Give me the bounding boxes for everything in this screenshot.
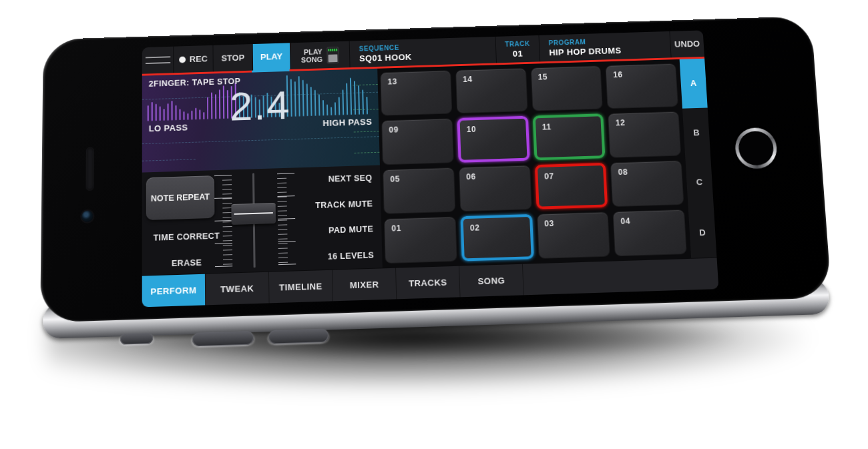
waveform-bar: [298, 76, 300, 116]
waveform-bar: [314, 90, 316, 116]
track-mute-button[interactable]: TRACK MUTE: [315, 199, 373, 210]
sequence-value: SQ01 HOOK: [359, 52, 412, 63]
waveform-bar: [310, 87, 312, 116]
note-repeat-button[interactable]: NOTE REPEAT: [146, 175, 215, 220]
waveform-bar: [207, 97, 208, 119]
high-pass-label: HIGH PASS: [322, 117, 372, 128]
waveform-bar: [215, 94, 216, 119]
tab-song[interactable]: SONG: [459, 264, 524, 298]
pad-06[interactable]: 06: [459, 165, 531, 211]
pad-number: 14: [463, 75, 473, 84]
next-seq-button[interactable]: NEXT SEQ: [329, 173, 373, 184]
pad-05[interactable]: 05: [383, 167, 455, 213]
waveform-bar: [227, 90, 228, 119]
sequence-label: SEQUENCE: [359, 44, 399, 52]
tab-mixer[interactable]: MIXER: [333, 268, 397, 302]
waveform-bar: [350, 78, 352, 115]
pad-16[interactable]: 16: [606, 63, 678, 109]
rec-button[interactable]: REC: [174, 45, 214, 73]
bank-c[interactable]: C: [685, 157, 714, 207]
pad-mute-button[interactable]: PAD MUTE: [329, 225, 374, 236]
pad-08[interactable]: 08: [610, 160, 684, 207]
play-song-label: PLAYSONG: [301, 47, 322, 63]
rec-label: REC: [190, 54, 208, 64]
pad-09[interactable]: 09: [381, 118, 453, 164]
waveform-bar: [168, 103, 169, 120]
waveform-bar: [366, 97, 368, 114]
waveform-bar: [342, 89, 344, 115]
track-label: TRACK: [505, 40, 530, 48]
mute-switch[interactable]: [120, 333, 153, 345]
pad-13[interactable]: 13: [380, 70, 452, 116]
waveform-bar: [346, 83, 348, 115]
waveform-bar: [219, 89, 220, 119]
effect-value: 2.4: [230, 81, 291, 129]
waveform-bar: [327, 105, 328, 116]
pad-10[interactable]: 10: [457, 116, 529, 162]
gridline-dash: [354, 131, 379, 132]
fader-cap-glyph: [329, 54, 338, 62]
bank-d[interactable]: D: [688, 207, 717, 258]
pad-number: 02: [470, 223, 480, 232]
left-column: 2FINGER: TAPE STOP 2.4 LO PASS HIGH PASS…: [142, 69, 383, 276]
waveform-bar: [191, 111, 192, 120]
sequence-selector[interactable]: SEQUENCE SQ01 HOOK: [350, 37, 497, 67]
pad-04[interactable]: 04: [613, 209, 687, 257]
tab-tracks[interactable]: TRACKS: [396, 266, 461, 300]
gridline: [142, 159, 196, 161]
waveform-bar: [199, 109, 200, 119]
pad-14[interactable]: 14: [455, 68, 527, 114]
fader-handle[interactable]: [231, 203, 276, 225]
waveform-bar: [187, 113, 188, 120]
effect-xy-panel[interactable]: 2FINGER: TAPE STOP 2.4 LO PASS HIGH PASS: [142, 69, 380, 173]
pad-03[interactable]: 03: [537, 211, 611, 259]
stop-button[interactable]: STOP: [213, 44, 253, 71]
performance-controls: NOTE REPEAT TIME CORRECT ERASE NEXT SEQ: [142, 165, 383, 275]
stop-label: STOP: [221, 53, 244, 63]
waveform-bar: [152, 102, 153, 121]
pad-15[interactable]: 15: [530, 65, 603, 111]
fader-ruler-right: [277, 173, 297, 266]
program-selector[interactable]: PROGRAM HIP HOP DRUMS: [539, 31, 671, 61]
pad-02[interactable]: 02: [460, 214, 533, 262]
track-selector[interactable]: TRACK 01: [495, 35, 540, 63]
gridline: [142, 136, 379, 144]
bank-a[interactable]: A: [680, 59, 708, 108]
play-button[interactable]: PLAY: [253, 43, 291, 70]
pad-number: 11: [542, 123, 552, 132]
waveform-bar: [175, 105, 176, 121]
gridline-dash: [354, 152, 379, 153]
volume-up-button[interactable]: [192, 331, 254, 346]
undo-label: UNDO: [674, 39, 700, 49]
tab-timeline[interactable]: TIMELINE: [269, 270, 333, 304]
waveform-bar: [302, 80, 304, 117]
pad-07[interactable]: 07: [534, 162, 608, 209]
waveform-bar: [318, 94, 320, 115]
bank-b[interactable]: B: [682, 107, 710, 157]
pad-11[interactable]: 11: [532, 113, 605, 159]
waveform-bar: [322, 100, 324, 115]
waveform-bar: [172, 101, 173, 120]
waveform-bar: [148, 105, 149, 121]
right-control-labels: NEXT SEQ TRACK MUTE PAD MUTE 16 LEVELS: [314, 165, 374, 270]
tab-tweak[interactable]: TWEAK: [206, 272, 270, 306]
pad-12[interactable]: 12: [608, 111, 681, 157]
tab-perform[interactable]: PERFORM: [142, 274, 206, 308]
sixteen-levels-button[interactable]: 16 LEVELS: [328, 250, 375, 261]
undo-button[interactable]: UNDO: [670, 30, 704, 57]
note-repeat-label: NOTE REPEAT: [151, 192, 210, 203]
song-fader-icon: [327, 46, 339, 63]
home-button[interactable]: [734, 127, 778, 169]
play-song-button[interactable]: PLAYSONG: [290, 41, 351, 69]
pad-01[interactable]: 01: [384, 216, 457, 264]
menu-button[interactable]: [142, 47, 174, 74]
waveform-bar: [183, 111, 184, 120]
play-label: PLAY: [260, 51, 282, 61]
volume-down-button[interactable]: [268, 328, 329, 344]
waveform-bar: [358, 85, 360, 115]
scene: REC STOP PLAY PLAYSONG: [37, 0, 838, 400]
fader-ruler-left: [213, 175, 232, 268]
led-row: [329, 48, 338, 51]
pad-number: 10: [467, 125, 477, 134]
waveform-bar: [331, 107, 332, 115]
